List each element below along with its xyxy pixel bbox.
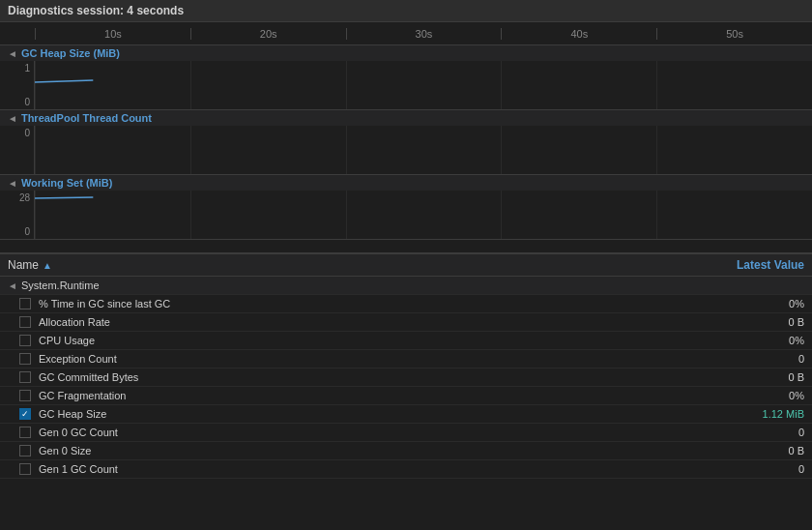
tp-grid-2	[190, 126, 346, 174]
table-row[interactable]: Gen 0 GC Count 0	[0, 424, 812, 442]
threadpool-canvas	[35, 126, 812, 174]
table-row[interactable]: Allocation Rate 0 B	[0, 313, 812, 332]
table-header: Name ▲ Latest Value	[0, 254, 812, 277]
checkbox-gc-fragmentation[interactable]	[19, 390, 31, 401]
sort-arrow-icon: ▲	[43, 260, 52, 271]
table-row[interactable]: Gen 1 GC Count 0	[0, 460, 812, 479]
ruler-mark-20s: 20s	[190, 28, 346, 40]
ruler-mark-50s: 50s	[656, 28, 812, 40]
working-set-arrow: ◄	[8, 178, 17, 189]
checkbox-gen0-size[interactable]	[19, 445, 31, 456]
gc-heap-size-label[interactable]: ◄ GC Heap Size (MiB)	[0, 45, 812, 61]
threadpool-arrow: ◄	[8, 113, 17, 124]
threadpool-y-axis: 0	[0, 126, 35, 174]
threadpool-label[interactable]: ◄ ThreadPool Thread Count	[0, 110, 812, 126]
table-row[interactable]: % Time in GC since last GC 0%	[0, 295, 812, 313]
tp-grid-4	[501, 126, 656, 174]
col-value-header: Latest Value	[688, 258, 804, 272]
diagnostics-header: Diagnostics session: 4 seconds	[0, 0, 812, 22]
checkbox-allocation-rate[interactable]	[19, 316, 31, 328]
working-set-label[interactable]: ◄ Working Set (MiB)	[0, 175, 812, 191]
gc-heap-canvas	[35, 61, 812, 109]
col-name-header[interactable]: Name ▲	[8, 258, 688, 272]
working-set-svg	[35, 191, 812, 239]
working-set-canvas	[35, 191, 812, 239]
threadpool-section: ◄ ThreadPool Thread Count 0	[0, 110, 812, 175]
ruler-marks: 10s 20s 30s 40s 50s	[35, 28, 812, 40]
tp-grid-3	[346, 126, 502, 174]
gc-heap-svg	[35, 61, 812, 109]
threadpool-grid	[35, 126, 812, 174]
checkbox-time-in-gc[interactable]	[19, 298, 31, 309]
gc-heap-size-body: 1 0	[0, 61, 812, 109]
table-row[interactable]: GC Committed Bytes 0 B	[0, 368, 812, 387]
threadpool-body: 0	[0, 126, 812, 174]
table-row[interactable]: GC Fragmentation 0%	[0, 387, 812, 405]
tp-grid-1	[35, 126, 190, 174]
charts-area: 10s 20s 30s 40s 50s ◄ GC Heap Size (MiB)…	[0, 22, 812, 254]
gc-heap-arrow: ◄	[8, 48, 17, 59]
tp-grid-5	[656, 126, 812, 174]
working-set-y-axis: 28 0	[0, 191, 35, 239]
group-system-runtime[interactable]: ◄ System.Runtime	[0, 277, 812, 295]
ruler-mark-30s: 30s	[346, 28, 502, 40]
ruler-mark-10s: 10s	[35, 28, 190, 40]
checkbox-gc-heap-size[interactable]	[19, 408, 31, 420]
table-row[interactable]: CPU Usage 0%	[0, 332, 812, 350]
checkbox-exception-count[interactable]	[19, 353, 31, 365]
table-row[interactable]: GC Heap Size 1.12 MiB	[0, 405, 812, 424]
working-set-body: 28 0	[0, 191, 812, 239]
working-set-section: ◄ Working Set (MiB) 28 0	[0, 175, 812, 240]
gc-heap-y-axis: 1 0	[0, 61, 35, 109]
gc-heap-size-section: ◄ GC Heap Size (MiB) 1 0	[0, 45, 812, 110]
ruler-mark-40s: 40s	[501, 28, 656, 40]
table-row[interactable]: Exception Count 0	[0, 350, 812, 368]
metrics-table: Name ▲ Latest Value ◄ System.Runtime % T…	[0, 254, 812, 530]
header-title: Diagnostics session: 4 seconds	[8, 4, 184, 17]
group-arrow-icon: ◄	[8, 280, 17, 291]
table-row[interactable]: Gen 0 Size 0 B	[0, 442, 812, 460]
checkbox-gen1-gc-count[interactable]	[19, 463, 31, 475]
timeline-ruler: 10s 20s 30s 40s 50s	[0, 22, 812, 45]
checkbox-cpu-usage[interactable]	[19, 335, 31, 346]
checkbox-gc-committed-bytes[interactable]	[19, 371, 31, 383]
checkbox-gen0-gc-count[interactable]	[19, 427, 31, 438]
